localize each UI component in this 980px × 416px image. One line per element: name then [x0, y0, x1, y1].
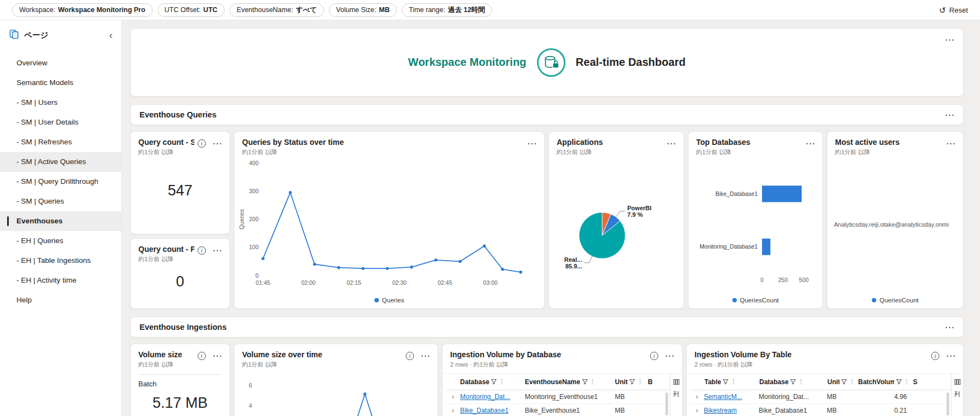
column-menu-icon[interactable]: ⋮	[798, 378, 804, 385]
more-options-icon[interactable]: ⋯	[663, 350, 676, 362]
columns-icon	[954, 378, 961, 387]
column-header[interactable]: Database⋮	[460, 378, 525, 386]
section-more-options-icon[interactable]: ⋯	[943, 322, 956, 333]
sidebar-item-sm-query-drillthrough[interactable]: - SM | Query Drillthrough	[0, 172, 121, 192]
column-header[interactable]: S	[913, 378, 951, 386]
more-options-icon[interactable]: ⋯	[210, 245, 224, 256]
table-cell: Bike_Database1	[759, 407, 827, 414]
column-menu-icon[interactable]: ⋮	[637, 378, 643, 385]
more-options-icon[interactable]: ⋯	[664, 138, 678, 149]
sidebar-item-sm-refreshes[interactable]: - SM | Refreshes	[0, 132, 121, 152]
vertical-scrollbar[interactable]	[665, 392, 668, 415]
expand-row-icon[interactable]: ›	[446, 393, 460, 401]
expand-row-icon[interactable]: ›	[446, 407, 460, 414]
tile-header: Applications 約1分前 以降 ⋯	[549, 132, 684, 156]
row-link[interactable]: Monitoring_Dat...	[460, 393, 525, 401]
column-header[interactable]: B	[648, 378, 670, 386]
sidebar-item-eh-activity-time[interactable]: - EH | Activity time	[0, 271, 121, 290]
column-menu-icon[interactable]: ⋮	[904, 378, 910, 385]
expand-row-icon[interactable]: ›	[690, 393, 704, 401]
more-options-icon[interactable]: ⋯	[525, 138, 539, 149]
tile-title: Most active users	[835, 138, 940, 147]
sidebar-item-eh-table-ingestions[interactable]: - EH | Table Ingestions	[0, 251, 121, 271]
info-icon[interactable]: i	[198, 246, 206, 255]
filter-icon[interactable]	[491, 379, 497, 385]
column-menu-icon[interactable]: ⋮	[499, 378, 505, 385]
column-header[interactable]: BatchVolume⋮	[858, 378, 913, 386]
tile-subtitle: 2 rows · 約1分前 以降	[695, 361, 928, 369]
column-label: Database	[460, 378, 489, 386]
filter-icon[interactable]	[790, 379, 796, 385]
column-label: Table	[704, 378, 721, 386]
more-options-icon[interactable]: ⋯	[803, 138, 817, 149]
more-options-icon[interactable]: ⋯	[944, 350, 957, 362]
banner-card: ⋯ Workspace Monitoring Real-time Dashboa…	[130, 28, 964, 97]
column-menu-icon[interactable]: ⋮	[730, 378, 736, 385]
info-icon[interactable]: i	[931, 352, 939, 360]
filter-icon[interactable]	[723, 379, 729, 385]
sidebar-item-sm-user-details[interactable]: - SM | User Details	[0, 113, 121, 132]
banner-content: Workspace Monitoring Real-time Dashboard	[408, 48, 685, 77]
column-menu-icon[interactable]: ⋮	[849, 378, 855, 385]
sidebar-item-sm-users[interactable]: - SM | Users	[0, 93, 121, 113]
table-row[interactable]: ›SemanticM...Monitoring_Dat...MB4.96	[690, 390, 951, 404]
expand-row-icon[interactable]: ›	[690, 407, 704, 414]
column-menu-icon[interactable]: ⋮	[590, 378, 596, 385]
tile-volume-size-over-time: Volume size over time 約1分前 以降 i ⋯ 46	[234, 344, 438, 416]
sidebar-collapse-icon[interactable]: ‹	[109, 30, 113, 40]
section-eventhouse-ingestions: Eventhouse Ingestions ⋯	[130, 317, 964, 338]
filter-pill-utc-offset[interactable]: UTC Offset:UTC	[158, 3, 225, 17]
row-link[interactable]: Bike_Database1	[460, 407, 525, 414]
filter-pill-time-range[interactable]: Time range:過去 12時間	[402, 3, 492, 17]
chart-area: PowerBI7.9 %Real...85.9...	[549, 156, 684, 308]
data-table: Table⋮Database⋮Unit⋮BatchVolume⋮S ›Seman…	[687, 374, 951, 416]
sidebar-item-eh-queries[interactable]: - EH | Queries	[0, 231, 121, 251]
table-row[interactable]: ›Monitoring_Dat...Monitoring_Eventhouse1…	[446, 390, 670, 404]
sidebar-item-sm-active-queries[interactable]: - SM | Active Queries	[0, 152, 121, 172]
divider	[138, 374, 222, 375]
table-cell: MB	[827, 407, 858, 414]
column-header[interactable]: EventhouseName⋮	[525, 378, 615, 386]
vertical-scrollbar[interactable]	[947, 392, 949, 415]
more-options-icon[interactable]: ⋯	[210, 138, 224, 149]
filter-pill-eventhouse-name[interactable]: EventhouseName:すべて	[229, 3, 324, 17]
filter-icon[interactable]	[582, 379, 588, 385]
sidebar-item-sm-queries[interactable]: - SM | Queries	[0, 192, 121, 211]
columns-pane-strip[interactable]: 列	[951, 374, 963, 416]
sidebar-item-overview[interactable]: Overview	[0, 53, 121, 73]
column-header[interactable]: Unit⋮	[827, 378, 858, 386]
row-link[interactable]: Bikestream	[704, 407, 759, 414]
column-header[interactable]: Unit⋮	[615, 378, 648, 386]
section-more-options-icon[interactable]: ⋯	[943, 109, 956, 121]
sidebar-item-semantic-models[interactable]: Semantic Models	[0, 73, 121, 93]
more-options-icon[interactable]: ⋯	[944, 138, 957, 149]
applications-pie-chart: PowerBI7.9 %Real...85.9...	[552, 156, 677, 308]
column-header[interactable]: Database⋮	[759, 378, 827, 386]
table-row[interactable]: ›BikestreamBike_Database1MB0.21	[690, 404, 951, 416]
table-row[interactable]: ›Bike_Database1Bike_Eventhouse1MB	[446, 404, 670, 416]
table-cell: Monitoring_Eventhouse1	[525, 393, 615, 401]
column-header[interactable]: Table⋮	[704, 378, 759, 386]
tile-title: Queries by Status over time	[242, 138, 522, 147]
info-icon[interactable]: i	[650, 352, 658, 360]
sidebar-item-help[interactable]: Help	[0, 290, 121, 310]
banner-more-options-icon[interactable]: ⋯	[943, 34, 956, 46]
more-options-icon[interactable]: ⋯	[418, 350, 432, 362]
filter-pill-volume-size[interactable]: Volume Size:MB	[329, 3, 396, 17]
reset-button[interactable]: ↺ Reset	[939, 6, 968, 14]
tile-title: Ingestion Volume by Database	[450, 350, 647, 359]
filter-icon[interactable]	[896, 379, 902, 385]
filter-icon[interactable]	[629, 379, 635, 385]
sidebar-item-eventhouses[interactable]: Eventhouses	[0, 211, 121, 231]
filter-pill-label: UTC Offset:	[165, 6, 201, 14]
more-options-icon[interactable]: ⋯	[210, 350, 224, 362]
info-icon[interactable]: i	[198, 139, 206, 148]
pages-icon	[9, 29, 19, 42]
filter-pill-workspace[interactable]: Workspace:Workspace Monitoring Pro	[12, 3, 153, 17]
table-body: ›SemanticM...Monitoring_Dat...MB4.96›Bik…	[690, 390, 951, 416]
filter-icon[interactable]	[841, 379, 847, 385]
info-icon[interactable]: i	[198, 352, 206, 360]
info-icon[interactable]: i	[406, 352, 414, 360]
columns-pane-strip[interactable]: 列	[670, 374, 682, 416]
row-link[interactable]: SemanticM...	[704, 393, 759, 401]
